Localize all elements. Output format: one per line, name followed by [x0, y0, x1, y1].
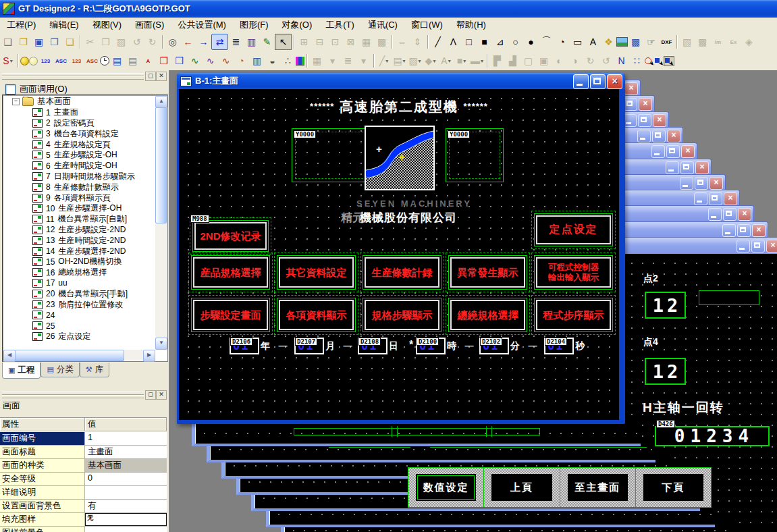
- object-fit-icon[interactable]: ▩: [374, 34, 390, 49]
- template-icon[interactable]: ▧: [679, 34, 695, 49]
- new-screen-icon[interactable]: ❑: [0, 34, 16, 49]
- lamp-word-icon[interactable]: [29, 57, 38, 65]
- tree-item[interactable]: 8 生産條數計數顯示: [4, 182, 155, 192]
- capture-icon[interactable]: ◈: [741, 34, 757, 49]
- rotate-icon[interactable]: ↻: [583, 53, 598, 68]
- menu-item[interactable]: 编辑(E): [43, 18, 85, 32]
- rect-tool-icon[interactable]: □: [461, 34, 477, 49]
- arc-tool-icon[interactable]: ⌒: [539, 34, 554, 49]
- alarm-history-icon[interactable]: A: [140, 53, 156, 68]
- property-row[interactable]: 安全等级 0: [0, 473, 167, 486]
- filled-circle-tool-icon[interactable]: ●: [523, 34, 539, 49]
- edit-vertex-icon[interactable]: N: [614, 53, 629, 68]
- collapse-icon[interactable]: −: [12, 98, 20, 105]
- dxf-import-icon[interactable]: DXF: [659, 34, 674, 49]
- maximize-icon[interactable]: [652, 130, 666, 142]
- object-edit-icon[interactable]: ⊟: [312, 34, 327, 49]
- tree-horizontal-scrollbar[interactable]: ◀ ▶: [3, 350, 155, 361]
- alarm-list-word-icon[interactable]: ❒: [171, 53, 187, 68]
- copy-icon[interactable]: ❐: [98, 34, 113, 49]
- sector-tool-icon[interactable]: ◔: [554, 34, 570, 49]
- tree-item[interactable]: 12 生産步驟設定-2ND: [4, 225, 155, 236]
- output-box-right[interactable]: Y0000: [446, 128, 504, 182]
- bring-front-icon[interactable]: ▛: [489, 53, 505, 68]
- cut-icon[interactable]: ✂: [82, 34, 98, 49]
- screen-nav-button[interactable]: 異常發生顯示: [448, 255, 527, 290]
- scroll-up-icon[interactable]: ▲: [155, 96, 167, 108]
- icon[interactable]: [16, 53, 20, 68]
- skew-icon[interactable]: ↺: [598, 53, 614, 68]
- maximize-icon[interactable]: [751, 240, 765, 252]
- close-icon[interactable]: ×: [766, 240, 777, 252]
- import-icon[interactable]: Im: [710, 34, 726, 49]
- maximize-icon[interactable]: [709, 192, 722, 205]
- shape-color-icon[interactable]: ◆▾: [423, 53, 438, 68]
- maximize-icon[interactable]: [723, 208, 736, 221]
- tree-item[interactable]: 24: [4, 310, 155, 321]
- screen-nav-button[interactable]: 其它資料設定: [277, 255, 356, 290]
- scroll-left-icon[interactable]: ◀: [3, 350, 16, 362]
- workspace-tab[interactable]: ▣ 工程: [2, 363, 41, 379]
- text-color-icon[interactable]: A▾: [438, 53, 454, 68]
- property-row[interactable]: 画面的种类 基本画面: [0, 459, 167, 473]
- polyline-tool-icon[interactable]: Λ: [446, 34, 461, 49]
- scroll-thumb[interactable]: [155, 107, 167, 223]
- menu-item[interactable]: 图形(F): [233, 18, 275, 32]
- tree-item[interactable]: 20 機台異常顯示[手動]: [4, 288, 155, 299]
- trend-graph-icon[interactable]: ∿: [218, 53, 234, 68]
- tree-item[interactable]: 16 總繞規格選擇: [4, 267, 155, 278]
- screen-nav-button[interactable]: 纏繞規格選擇: [448, 298, 527, 332]
- close-icon[interactable]: ×: [681, 145, 695, 158]
- bg-color-icon[interactable]: ▬▾: [469, 53, 485, 68]
- tree-item[interactable]: 4 生産規格設定頁: [4, 139, 155, 150]
- tree-item[interactable]: 15 OH-2ND機構切換: [4, 257, 155, 267]
- drag-grip[interactable]: [2, 76, 144, 80]
- match-height-icon[interactable]: ⇕: [410, 34, 425, 49]
- tree-item[interactable]: 23 胎肩拉伸位置修改: [4, 299, 155, 310]
- tree-item[interactable]: 13 生産時間設定-2ND: [4, 235, 155, 246]
- tree-root[interactable]: − 基本画面: [4, 97, 155, 107]
- property-row[interactable]: 设置画面背景色 有: [0, 500, 167, 513]
- scroll-thumb[interactable]: [15, 350, 124, 361]
- level-icon[interactable]: ▥: [249, 53, 265, 68]
- ascii-input-icon[interactable]: ASC: [84, 53, 100, 68]
- nav-button[interactable]: 下頁: [636, 468, 711, 507]
- data-list-caret-icon[interactable]: ▾: [356, 53, 371, 68]
- image-tool-icon[interactable]: [616, 37, 628, 47]
- workspace-tab[interactable]: ▤ 分类: [41, 363, 79, 377]
- value-box[interactable]: 01 D2104: [544, 338, 574, 354]
- minimize-icon[interactable]: [637, 130, 651, 142]
- screen-nav-button[interactable]: 各項資料顯示: [277, 298, 356, 332]
- property-row[interactable]: 填充图样 无: [0, 513, 167, 527]
- screen-preview-icon[interactable]: ▥: [244, 34, 259, 49]
- lamp-bit-icon[interactable]: [20, 57, 29, 65]
- pattern-icon[interactable]: ▨▾: [407, 53, 423, 68]
- undo-icon[interactable]: ↺: [129, 34, 144, 49]
- library-edit-icon[interactable]: ▩: [695, 34, 710, 49]
- tree-item[interactable]: 10 生産步驟選擇-OH: [4, 203, 155, 214]
- value-box[interactable]: 01 D2100: [416, 338, 446, 354]
- group-icon[interactable]: ▢: [520, 53, 536, 68]
- draw-figure-icon[interactable]: ✎: [259, 34, 275, 49]
- tree-vertical-scrollbar[interactable]: ▲ ▼: [155, 96, 167, 350]
- output-box-left[interactable]: Y0000: [292, 128, 370, 182]
- icon[interactable]: [485, 53, 489, 68]
- icon[interactable]: [674, 34, 679, 49]
- circle-tool-icon[interactable]: ○: [508, 34, 523, 49]
- meter-icon[interactable]: ◔: [234, 53, 249, 68]
- scatter-graph-icon[interactable]: ∴: [280, 53, 296, 68]
- close-icon[interactable]: ×: [695, 161, 709, 174]
- close-icon[interactable]: ×: [667, 130, 680, 142]
- property-panel-titlebar[interactable]: ◻ ✕: [2, 390, 167, 399]
- redo-icon[interactable]: ↻: [144, 34, 160, 49]
- minimize-icon[interactable]: [722, 224, 736, 237]
- line-style-icon[interactable]: ╱▾: [376, 53, 392, 68]
- menu-item[interactable]: 帮助(H): [450, 18, 493, 32]
- panel-maximize-icon[interactable]: ◻: [145, 390, 156, 400]
- button-fixpoint-setting[interactable]: 定点设定: [534, 213, 613, 246]
- menu-item[interactable]: 视图(V): [86, 18, 128, 32]
- panel-close-icon[interactable]: ✕: [156, 390, 167, 400]
- alarm-list-bit-icon[interactable]: ❒: [156, 53, 171, 68]
- consecutive-copy-icon[interactable]: ∷: [629, 53, 645, 68]
- maximize-icon[interactable]: [680, 161, 694, 174]
